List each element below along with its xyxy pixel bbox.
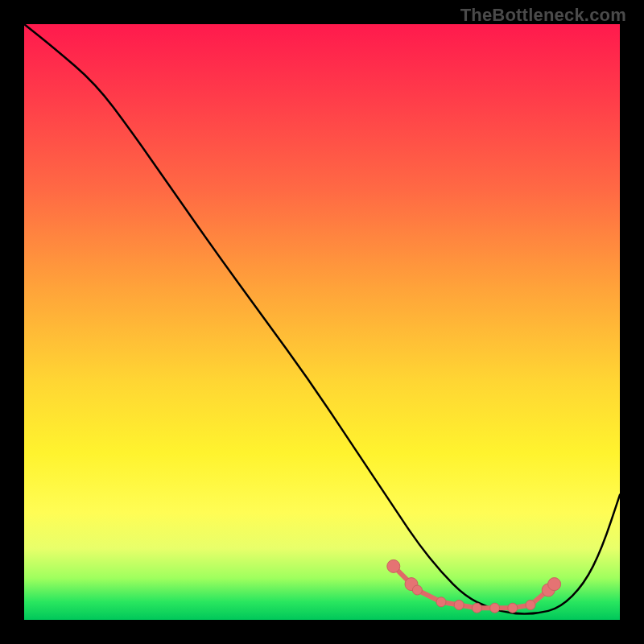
marker-dot — [412, 585, 422, 595]
marker-dot — [454, 601, 464, 610]
watermark-text: TheBottleneck.com — [460, 5, 626, 26]
chart-frame: TheBottleneck.com — [0, 0, 644, 644]
marker-dot — [472, 603, 481, 613]
marker-dot — [508, 603, 518, 613]
bottleneck-curve-path — [24, 24, 620, 614]
marker-group — [387, 559, 561, 613]
marker-dot — [526, 601, 535, 610]
marker-dot — [387, 559, 400, 572]
marker-dot — [548, 578, 561, 591]
marker-dot — [490, 603, 500, 613]
curve-svg — [24, 24, 620, 620]
marker-dot — [436, 597, 446, 607]
plot-area — [24, 24, 620, 620]
